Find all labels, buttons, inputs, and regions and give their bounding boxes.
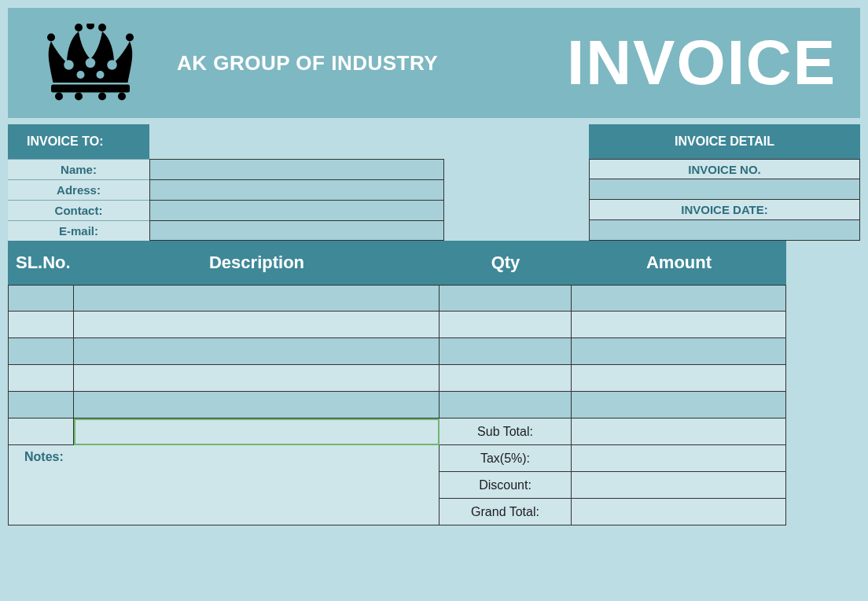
cell-desc[interactable] [74, 338, 440, 365]
cell-desc[interactable] [74, 365, 440, 392]
items-header-row: SL.No. Description Qty Amount [8, 241, 786, 285]
grand-total-label: Grand Total: [440, 499, 572, 525]
svg-point-11 [86, 58, 96, 68]
cell-sl[interactable] [8, 338, 74, 365]
svg-point-9 [86, 24, 94, 30]
svg-point-3 [98, 93, 106, 101]
svg-point-8 [126, 34, 134, 42]
table-row [8, 392, 786, 418]
cell-desc[interactable] [74, 285, 440, 312]
info-gap [444, 124, 589, 241]
cell-desc-selected[interactable] [74, 418, 440, 445]
cell-amt[interactable] [572, 365, 786, 392]
notes-label: Notes: [24, 450, 64, 464]
cell-amt[interactable] [572, 392, 786, 418]
col-header-slno: SL.No. [8, 241, 74, 285]
tax-value[interactable] [572, 445, 786, 472]
cell-qty[interactable] [440, 392, 572, 418]
field-value-contact[interactable] [149, 200, 444, 220]
invoice-no-label: INVOICE NO. [589, 159, 860, 179]
cell-sl[interactable] [8, 365, 74, 392]
field-label-name: Name: [8, 159, 149, 179]
table-row [8, 312, 786, 338]
cell-amt[interactable] [572, 312, 786, 338]
cell-amt[interactable] [572, 285, 786, 312]
items-table: SL.No. Description Qty Amount [8, 241, 860, 525]
cell-qty[interactable] [440, 285, 572, 312]
svg-point-12 [107, 60, 117, 70]
notes-box[interactable]: Notes: [8, 445, 440, 525]
crown-logo-icon [31, 20, 149, 106]
field-value-name[interactable] [149, 159, 444, 179]
cell-sl[interactable] [8, 418, 74, 445]
invoice-no-value[interactable] [589, 179, 860, 200]
subtotal-label: Sub Total: [440, 418, 572, 445]
cell-amt[interactable] [572, 338, 786, 365]
svg-point-6 [75, 24, 83, 31]
invoice-page: AK GROUP OF INDUSTRY INVOICE INVOICE TO:… [0, 0, 868, 601]
field-label-address: Adress: [8, 179, 149, 200]
svg-rect-0 [51, 85, 130, 93]
invoice-detail-heading: INVOICE DETAIL [589, 124, 860, 159]
col-header-amount: Amount [572, 241, 786, 285]
table-row [8, 365, 786, 392]
field-value-email[interactable] [149, 220, 444, 241]
svg-point-2 [75, 93, 83, 101]
grand-total-value[interactable] [572, 499, 786, 525]
svg-point-1 [55, 93, 63, 101]
totals-area: Notes: Tax(5%): Discount: Grand Total: [8, 445, 786, 525]
items-body: Sub Total: [8, 285, 786, 445]
field-label-contact: Contact: [8, 200, 149, 220]
invoice-detail-block: INVOICE DETAIL INVOICE NO. INVOICE DATE: [589, 124, 860, 241]
svg-point-10 [64, 60, 74, 70]
invoice-to-heading: INVOICE TO: [8, 124, 149, 159]
svg-point-4 [118, 93, 126, 101]
col-header-description: Description [74, 241, 440, 285]
subtotal-value[interactable] [572, 418, 786, 445]
col-header-qty: Qty [440, 241, 572, 285]
table-row [8, 338, 786, 365]
table-row-selected: Sub Total: [8, 418, 786, 445]
discount-value[interactable] [572, 472, 786, 499]
cell-qty[interactable] [440, 365, 572, 392]
field-value-address[interactable] [149, 179, 444, 200]
svg-point-5 [47, 34, 55, 42]
cell-desc[interactable] [74, 312, 440, 338]
tax-label: Tax(5%): [440, 445, 572, 472]
svg-point-14 [97, 71, 105, 79]
header-bar: AK GROUP OF INDUSTRY INVOICE [8, 8, 860, 118]
company-name: AK GROUP OF INDUSTRY [177, 51, 438, 76]
cell-sl[interactable] [8, 392, 74, 418]
invoice-date-value[interactable] [589, 220, 860, 241]
svg-point-13 [77, 71, 85, 79]
cell-sl[interactable] [8, 312, 74, 338]
cell-qty[interactable] [440, 312, 572, 338]
cell-sl[interactable] [8, 285, 74, 312]
cell-desc[interactable] [74, 392, 440, 418]
svg-point-7 [98, 24, 106, 31]
table-row [8, 285, 786, 312]
invoice-title: INVOICE [567, 27, 837, 99]
discount-label: Discount: [440, 472, 572, 499]
info-section: INVOICE TO: Name: Adress: Contact: E-mai… [8, 124, 860, 241]
invoice-to-block: INVOICE TO: Name: Adress: Contact: E-mai… [8, 124, 444, 241]
invoice-date-label: INVOICE DATE: [589, 200, 860, 220]
field-label-email: E-mail: [8, 220, 149, 241]
totals-column: Tax(5%): Discount: Grand Total: [440, 445, 786, 525]
cell-qty[interactable] [440, 338, 572, 365]
